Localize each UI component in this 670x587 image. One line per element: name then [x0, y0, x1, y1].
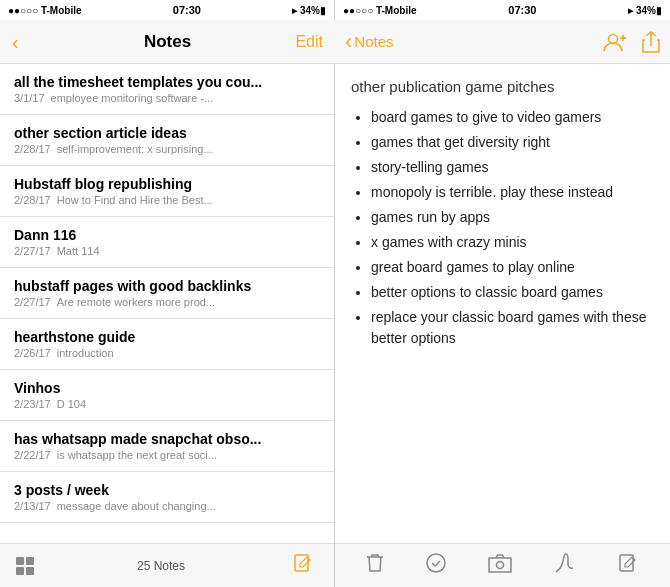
bullet-item: great board games to play online: [371, 257, 654, 278]
grid-cell: [16, 557, 24, 565]
note-title: all the timesheet templates you cou...: [14, 74, 320, 90]
list-item[interactable]: has whatsapp made snapchat obso... 2/22/…: [0, 421, 334, 472]
toolbar-left: 25 Notes: [0, 543, 334, 587]
battery-right: ▸ 34%▮: [628, 5, 662, 16]
delete-icon[interactable]: [358, 548, 392, 583]
note-meta: 2/27/17Matt 114: [14, 245, 320, 257]
note-date: 2/28/17: [14, 194, 51, 206]
note-preview: Are remote workers more prod...: [57, 296, 215, 308]
bullet-item: replace your classic board games with th…: [371, 307, 654, 349]
add-person-icon[interactable]: [602, 31, 628, 53]
note-title: has whatsapp made snapchat obso...: [14, 431, 320, 447]
note-title: hubstaff pages with good backlinks: [14, 278, 320, 294]
note-preview: D 104: [57, 398, 86, 410]
list-item[interactable]: Hubstaff blog republishing 2/28/17How to…: [0, 166, 334, 217]
note-preview: self-improvement: x surprising...: [57, 143, 213, 155]
battery-left: ▸ 34%▮: [292, 5, 326, 16]
note-date: 2/22/17: [14, 449, 51, 461]
note-title: Vinhos: [14, 380, 320, 396]
notes-list: all the timesheet templates you cou... 3…: [0, 64, 334, 543]
bullet-item: story-telling games: [371, 157, 654, 178]
note-meta: 2/28/17How to Find and Hire the Best...: [14, 194, 320, 206]
bullet-item: games run by apps: [371, 207, 654, 228]
carrier-left: ●●○○○ T-Mobile: [8, 5, 82, 16]
page-title-left: Notes: [144, 32, 191, 52]
carrier-right: ●●○○○ T-Mobile: [343, 5, 417, 16]
grid-cell: [26, 557, 34, 565]
sketch-icon[interactable]: [546, 548, 584, 583]
note-date: 2/23/17: [14, 398, 51, 410]
list-item[interactable]: other section article ideas 2/28/17self-…: [0, 115, 334, 166]
note-date: 2/27/17: [14, 296, 51, 308]
note-date: 2/28/17: [14, 143, 51, 155]
grid-cell: [16, 567, 24, 575]
note-content-title: other publication game pitches: [351, 78, 654, 95]
nav-right-icons: [602, 31, 660, 53]
note-title: Dann 116: [14, 227, 320, 243]
note-preview: How to Find and Hire the Best...: [57, 194, 213, 206]
left-panel: ●●○○○ T-Mobile 07:30 ▸ 34%▮ ‹ Notes Edit…: [0, 0, 335, 587]
time-right: 07:30: [508, 4, 536, 16]
check-icon[interactable]: [417, 548, 455, 583]
note-preview: employee monitoring software -...: [51, 92, 214, 104]
note-date: 3/1/17: [14, 92, 45, 104]
note-title: other section article ideas: [14, 125, 320, 141]
note-date: 2/27/17: [14, 245, 51, 257]
list-item[interactable]: hearthstone guide 2/26/17introduction: [0, 319, 334, 370]
note-preview: introduction: [57, 347, 114, 359]
grid-cell: [26, 567, 34, 575]
note-meta: 2/28/17self-improvement: x surprising...: [14, 143, 320, 155]
compose-note-icon[interactable]: [609, 548, 647, 583]
note-date: 2/13/17: [14, 500, 51, 512]
status-bar-right: ●●○○○ T-Mobile 07:30 ▸ 34%▮: [335, 0, 670, 20]
list-item[interactable]: Vinhos 2/23/17D 104: [0, 370, 334, 421]
compose-icon[interactable]: [288, 548, 318, 583]
share-icon[interactable]: [642, 31, 660, 53]
note-meta: 2/26/17introduction: [14, 347, 320, 359]
note-meta: 2/13/17message dave about changing...: [14, 500, 320, 512]
note-preview: is whatsapp the next great soci...: [57, 449, 217, 461]
note-bullets: board games to give to video gamers game…: [351, 107, 654, 349]
note-meta: 2/23/17D 104: [14, 398, 320, 410]
note-content: other publication game pitches board gam…: [335, 64, 670, 543]
bullet-item: monopoly is terrible. play these instead: [371, 182, 654, 203]
notes-count: 25 Notes: [34, 559, 288, 573]
svg-point-1: [609, 34, 618, 43]
nav-bar-left: ‹ Notes Edit: [0, 20, 335, 64]
right-panel: ●●○○○ T-Mobile 07:30 ▸ 34%▮ ‹ Notes: [335, 0, 670, 587]
bullet-item: games that get diversity right: [371, 132, 654, 153]
note-title: 3 posts / week: [14, 482, 320, 498]
nav-bar-right: ‹ Notes: [335, 20, 670, 64]
note-meta: 2/27/17Are remote workers more prod...: [14, 296, 320, 308]
toolbar-right: [335, 543, 670, 587]
svg-point-4: [427, 554, 445, 572]
time-left: 07:30: [173, 4, 201, 16]
list-item[interactable]: 3 posts / week 2/13/17message dave about…: [0, 472, 334, 523]
bullet-item: x games with crazy minis: [371, 232, 654, 253]
note-title: hearthstone guide: [14, 329, 320, 345]
note-date: 2/26/17: [14, 347, 51, 359]
status-bar-left: ●●○○○ T-Mobile 07:30 ▸ 34%▮: [0, 0, 334, 20]
bullet-item: board games to give to video gamers: [371, 107, 654, 128]
back-button-left[interactable]: ‹: [12, 32, 19, 52]
bullet-item: better options to classic board games: [371, 282, 654, 303]
note-preview: Matt 114: [57, 245, 100, 257]
edit-button[interactable]: Edit: [295, 33, 323, 51]
note-preview: message dave about changing...: [57, 500, 216, 512]
list-item[interactable]: all the timesheet templates you cou... 3…: [0, 64, 334, 115]
camera-icon[interactable]: [480, 549, 520, 582]
back-button-right[interactable]: ‹ Notes: [345, 29, 394, 55]
note-title: Hubstaff blog republishing: [14, 176, 320, 192]
grid-view-icon[interactable]: [16, 557, 34, 575]
note-meta: 2/22/17is whatsapp the next great soci..…: [14, 449, 320, 461]
chevron-left-icon: ‹: [12, 32, 19, 52]
note-meta: 3/1/17employee monitoring software -...: [14, 92, 320, 104]
list-item[interactable]: Dann 116 2/27/17Matt 114: [0, 217, 334, 268]
back-label: Notes: [354, 33, 393, 50]
svg-point-5: [497, 562, 504, 569]
chevron-back-icon: ‹: [345, 29, 352, 55]
list-item[interactable]: hubstaff pages with good backlinks 2/27/…: [0, 268, 334, 319]
